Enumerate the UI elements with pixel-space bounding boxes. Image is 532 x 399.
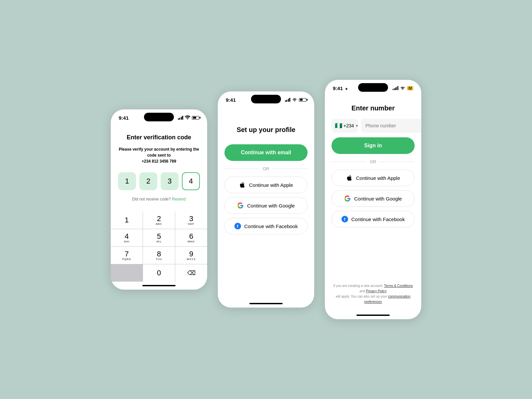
- phone2-content: Set up your profile Continue with email …: [218, 106, 314, 300]
- continue-email-button[interactable]: Continue with email: [224, 144, 308, 161]
- code-box-4[interactable]: 4: [182, 172, 200, 190]
- continue-facebook-label: Continue with Facebook: [244, 223, 298, 229]
- flag-emoji: 🇳🇬: [335, 122, 342, 129]
- battery-icon: [192, 116, 199, 120]
- or-divider-1: OR: [224, 166, 308, 171]
- status-time-2: 9:41: [226, 97, 236, 103]
- phone3-content: Enter number 🇳🇬 +234 ▼ Sign in OR: [325, 94, 421, 311]
- code-inputs: 1 2 3 4: [118, 172, 200, 190]
- phone1-screen: Enter verification code Please verify yo…: [111, 124, 207, 290]
- country-select[interactable]: 🇳🇬 +234 ▼: [332, 119, 358, 133]
- signal-icon: [178, 116, 184, 120]
- phone2-screen: Set up your profile Continue with email …: [218, 106, 314, 308]
- apple-icon: [239, 182, 246, 188]
- battery-icon-2: [299, 98, 306, 102]
- resend-text: Did not receive code? Resend: [132, 197, 186, 201]
- status-icons-1: [178, 115, 200, 121]
- resend-link[interactable]: Resend: [172, 197, 186, 201]
- verification-title: Enter verification code: [127, 134, 191, 141]
- phone3-continue-apple-label: Continue with Apple: [356, 175, 400, 181]
- google-icon: [237, 202, 244, 209]
- continue-google-label: Continue with Google: [247, 203, 295, 208]
- phone3-continue-facebook-label: Continue with Facebook: [351, 216, 405, 222]
- setup-profile-title: Set up your profile: [237, 126, 296, 134]
- home-bar-3: [356, 315, 390, 316]
- phones-container: 9:41 Enter verification code Please veri…: [111, 80, 421, 319]
- phone-number-input[interactable]: [361, 119, 421, 133]
- numpad-key-delete[interactable]: ⌫: [175, 264, 207, 282]
- phone3-continue-facebook-button[interactable]: f Continue with Facebook: [332, 211, 415, 227]
- chevron-down-icon: ▼: [355, 124, 359, 128]
- phone-enter-number: 9:41 32 Enter number 🇳🇬: [325, 80, 421, 319]
- home-indicator-3: [325, 311, 421, 319]
- country-code: +234: [343, 123, 354, 128]
- wifi-icon-3: [400, 85, 405, 91]
- wifi-icon-2: [292, 97, 297, 103]
- code-box-2[interactable]: 2: [139, 172, 157, 190]
- terms-conditions-link[interactable]: Terms & Conditions: [384, 284, 413, 288]
- google-icon-3: [344, 195, 351, 202]
- home-indicator-1: [111, 282, 207, 290]
- numpad-key-5[interactable]: 5 JKL: [143, 229, 175, 246]
- enter-number-title: Enter number: [332, 104, 415, 112]
- facebook-icon-3: f: [341, 216, 348, 222]
- sign-in-button[interactable]: Sign in: [332, 137, 415, 154]
- dynamic-island: [144, 113, 174, 121]
- status-icons-3: 32: [393, 85, 413, 91]
- phone3-screen: Enter number 🇳🇬 +234 ▼ Sign in OR: [325, 94, 421, 319]
- numpad: 1 2 ABC 3 DEF 4 GHI 5 JKL: [111, 211, 207, 282]
- numpad-key-3[interactable]: 3 DEF: [175, 211, 207, 229]
- numpad-key-6[interactable]: 6 MNO: [175, 229, 207, 246]
- phone-setup-profile: 9:41 Set up your profile Continue with e…: [218, 91, 314, 308]
- battery-indicator: 32: [407, 86, 413, 90]
- dynamic-island-2: [251, 95, 281, 103]
- continue-google-button[interactable]: Continue with Google: [224, 197, 308, 214]
- wifi-icon: [185, 115, 190, 121]
- phone1-content: Enter verification code Please verify yo…: [111, 124, 207, 211]
- numpad-key-0[interactable]: 0: [143, 264, 175, 282]
- phone3-continue-apple-button[interactable]: Continue with Apple: [332, 170, 415, 186]
- signal-icon-2: [285, 98, 291, 102]
- code-box-1[interactable]: 1: [118, 172, 136, 190]
- or-divider-3: OR: [332, 159, 415, 164]
- privacy-policy-link[interactable]: Privacy Policy: [366, 289, 387, 293]
- terms-text: If you are creating a new account, Terms…: [332, 283, 415, 305]
- apple-icon-3: [346, 175, 353, 181]
- phone3-continue-google-button[interactable]: Continue with Google: [332, 190, 415, 207]
- numpad-key-empty: [111, 264, 143, 282]
- phone-verification: 9:41 Enter verification code Please veri…: [111, 109, 207, 290]
- facebook-icon: f: [234, 223, 241, 229]
- home-indicator-2: [218, 300, 314, 308]
- verification-subtitle: Please verify your account by entering t…: [117, 146, 200, 164]
- numpad-key-8[interactable]: 8 TUV: [143, 247, 175, 264]
- status-time-3: 9:41: [333, 85, 348, 91]
- phone-input-row: 🇳🇬 +234 ▼: [332, 119, 415, 133]
- numpad-key-4[interactable]: 4 GHI: [111, 229, 143, 246]
- continue-apple-button[interactable]: Continue with Apple: [224, 177, 308, 193]
- numpad-key-2[interactable]: 2 ABC: [143, 211, 175, 229]
- numpad-key-1[interactable]: 1: [111, 211, 143, 229]
- numpad-key-9[interactable]: 9 WXYZ: [175, 247, 207, 264]
- signal-icon-3: [393, 86, 398, 90]
- numpad-key-7[interactable]: 7 PQRS: [111, 247, 143, 264]
- continue-facebook-button[interactable]: f Continue with Facebook: [224, 218, 308, 234]
- phone3-continue-google-label: Continue with Google: [354, 196, 402, 201]
- status-icons-2: [285, 97, 307, 103]
- status-time-1: 9:41: [119, 115, 129, 121]
- dynamic-island-3: [358, 83, 388, 92]
- code-box-3[interactable]: 3: [161, 172, 179, 190]
- home-bar: [142, 285, 176, 286]
- home-bar-2: [249, 303, 283, 304]
- continue-apple-label: Continue with Apple: [249, 182, 293, 188]
